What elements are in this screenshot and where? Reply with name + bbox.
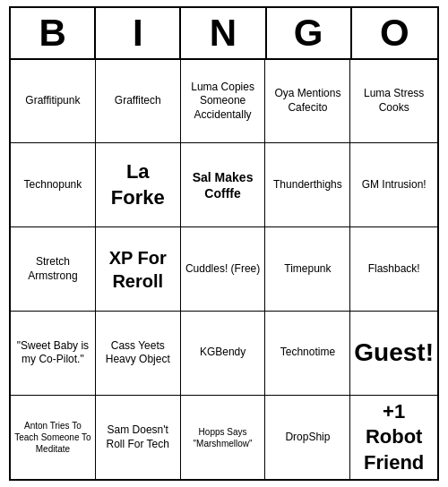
bingo-cell: Timepunk — [265, 227, 350, 312]
bingo-cell: Luma Stress Cooks — [350, 60, 437, 144]
bingo-cell: Luma Copies Someone Accidentally — [181, 60, 266, 144]
bingo-cell: Technotime — [265, 312, 350, 396]
bingo-cell: Graffitipunk — [11, 60, 96, 144]
bingo-cell: Cass Yeets Heavy Object — [96, 312, 181, 396]
bingo-cell: XP For Reroll — [96, 227, 181, 312]
bingo-cell: +1 Robot Friend — [350, 396, 437, 480]
bingo-cell: Anton Tries To Teach Someone To Meditate — [11, 396, 96, 480]
bingo-cell: Guest! — [350, 312, 437, 396]
bingo-cell: Stretch Armstrong — [11, 227, 96, 312]
header-letter: N — [181, 8, 266, 58]
bingo-cell: Thunderthighs — [265, 143, 350, 227]
bingo-cell: Hopps Says "Marshmellow" — [181, 396, 266, 480]
bingo-cell: La Forke — [96, 143, 181, 227]
bingo-header: BINGO — [11, 8, 437, 60]
bingo-cell: KGBendy — [181, 312, 266, 396]
bingo-cell: Technopunk — [11, 143, 96, 227]
bingo-card: BINGO GraffitipunkGraffitechLuma Copies … — [9, 6, 439, 482]
header-letter: O — [352, 8, 437, 58]
bingo-cell: GM Intrusion! — [350, 143, 437, 227]
header-letter: G — [267, 8, 352, 58]
bingo-cell: Flashback! — [350, 227, 437, 312]
bingo-cell: Sal Makes Cofffe — [181, 143, 266, 227]
bingo-cell: Oya Mentions Cafecito — [265, 60, 350, 144]
header-letter: B — [11, 8, 96, 58]
bingo-cell: Sam Doesn't Roll For Tech — [96, 396, 181, 480]
bingo-cell: DropShip — [265, 396, 350, 480]
bingo-cell: "Sweet Baby is my Co-Pilot." — [11, 312, 96, 396]
header-letter: I — [96, 8, 181, 58]
bingo-cell: Cuddles! (Free) — [181, 227, 266, 312]
bingo-grid: GraffitipunkGraffitechLuma Copies Someon… — [11, 60, 437, 480]
bingo-cell: Graffitech — [96, 60, 181, 144]
